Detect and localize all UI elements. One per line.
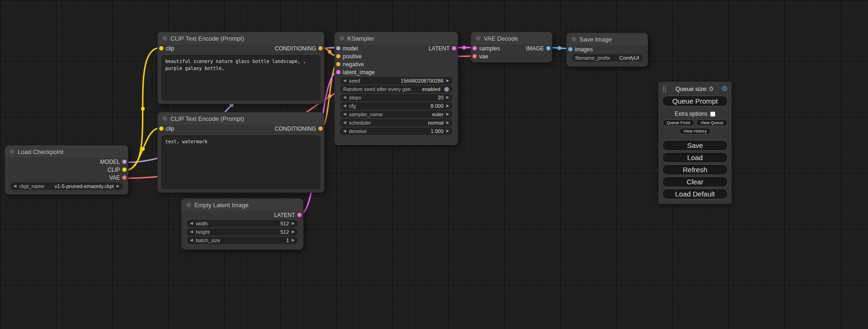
conditioning-port-dot[interactable] [318,46,323,50]
collapse-dot[interactable] [572,37,576,42]
prompt-textarea[interactable]: text, watermark [162,135,320,189]
increment-arrow-icon[interactable]: ▶ [292,238,295,242]
increment-arrow-icon[interactable]: ▶ [446,129,449,133]
load-button[interactable]: Load [662,152,728,163]
conditioning-port-dot[interactable] [336,54,340,58]
widget-scheduler[interactable]: ◀ scheduler normal ▶ [340,119,452,126]
clear-button[interactable]: Clear [662,176,728,187]
model-port-dot[interactable] [122,160,127,164]
input-port-clip[interactable]: clip [159,126,174,132]
input-port-images[interactable]: images [568,46,593,53]
next-arrow-icon[interactable]: ▶ [446,112,449,116]
node-titlebar[interactable]: CLIP Text Encode (Prompt) [158,112,324,125]
input-port-samples[interactable]: samples [473,45,500,52]
output-port-latent[interactable]: LATENT [274,212,302,218]
model-port-dot[interactable] [336,46,340,50]
collapse-dot[interactable] [162,116,167,121]
widget-seed[interactable]: ◀ seed 156680208700286 ▶ [340,77,452,84]
node-ksampler[interactable]: KSampler model LATENT positive negative [334,32,458,145]
node-load-checkpoint[interactable]: Load Checkpoint MODEL CLIP VAE ◀ c [5,145,128,195]
node-clip-text-encode-negative[interactable]: CLIP Text Encode (Prompt) clip CONDITION… [157,112,325,193]
collapse-dot[interactable] [162,36,167,41]
widget-filename-prefix[interactable]: filename_prefix ComfyUI [572,54,642,62]
refresh-button[interactable]: Refresh [662,164,728,175]
node-clip-text-encode-positive[interactable]: CLIP Text Encode (Prompt) clip CONDITION… [157,32,325,104]
widget-height[interactable]: ◀ height 512 ▶ [187,228,298,236]
node-titlebar[interactable]: KSampler [335,32,458,44]
increment-arrow-icon[interactable]: ▶ [446,79,449,83]
output-port-vae[interactable]: VAE [109,175,127,181]
latent-port-dot[interactable] [452,46,456,50]
input-port-clip[interactable]: clip [159,45,174,52]
increment-arrow-icon[interactable]: ▶ [292,222,295,225]
input-port-latent-image[interactable]: latent_image [336,69,375,76]
vae-port-dot[interactable] [473,54,477,58]
view-history-button[interactable]: View History [679,128,711,134]
queue-prompt-button[interactable]: Queue Prompt [662,96,728,106]
decrement-arrow-icon[interactable]: ◀ [343,79,346,83]
output-port-conditioning[interactable]: CONDITIONING [275,45,323,52]
next-arrow-icon[interactable]: ▶ [117,184,120,188]
output-port-image[interactable]: IMAGE [526,45,550,52]
input-port-model[interactable]: model [336,45,358,52]
input-port-negative[interactable]: negative [336,61,364,68]
drag-handle-icon[interactable]: ⣿ [662,85,667,92]
output-port-clip[interactable]: CLIP [107,167,127,173]
latent-port-dot[interactable] [473,46,477,50]
conditioning-port-dot[interactable] [318,126,323,131]
decrement-arrow-icon[interactable]: ◀ [343,129,346,133]
collapse-dot[interactable] [339,36,344,41]
node-titlebar[interactable]: VAE Decode [471,32,552,44]
extra-options-checkbox[interactable] [710,112,715,117]
widget-ckpt-name[interactable]: ◀ ckpt_name v1-5-pruned-emaonly.ckpt ▶ [10,182,123,190]
output-port-conditioning[interactable]: CONDITIONING [275,126,323,132]
widget-width[interactable]: ◀ width 512 ▶ [187,220,298,227]
image-port-dot[interactable] [546,46,550,50]
decrement-arrow-icon[interactable]: ◀ [343,104,346,108]
toggle-knob[interactable] [444,87,449,92]
vae-port-dot[interactable] [122,175,127,180]
collapse-dot[interactable] [10,149,14,154]
increment-arrow-icon[interactable]: ▶ [446,96,449,99]
image-port-dot[interactable] [568,47,572,51]
queue-front-button[interactable]: Queue Front [663,119,695,126]
decrement-arrow-icon[interactable]: ◀ [343,96,346,99]
prev-arrow-icon[interactable]: ◀ [343,121,346,125]
settings-gear-icon[interactable]: ⚙ [722,84,728,93]
node-save-image[interactable]: Save Image images filename_prefix ComfyU… [566,33,648,67]
widget-cfg[interactable]: ◀ cfg 8.000 ▶ [340,102,452,110]
view-queue-button[interactable]: View Queue [696,119,727,126]
increment-arrow-icon[interactable]: ▶ [292,230,295,234]
collapse-dot[interactable] [476,36,480,41]
latent-port-dot[interactable] [336,70,340,74]
widget-steps[interactable]: ◀ steps 20 ▶ [340,94,452,101]
clip-port-dot[interactable] [122,168,127,172]
node-titlebar[interactable]: Save Image [567,33,648,45]
increment-arrow-icon[interactable]: ▶ [446,104,449,108]
clip-port-dot[interactable] [159,126,163,131]
decrement-arrow-icon[interactable]: ◀ [190,230,193,234]
prev-arrow-icon[interactable]: ◀ [14,184,16,188]
decrement-arrow-icon[interactable]: ◀ [190,238,193,242]
output-port-latent[interactable]: LATENT [429,45,456,52]
collapse-dot[interactable] [186,203,191,207]
input-port-vae[interactable]: vae [473,53,488,60]
graph-canvas[interactable]: Load Checkpoint MODEL CLIP VAE ◀ c [0,0,868,329]
conditioning-port-dot[interactable] [336,62,340,66]
widget-sampler-name[interactable]: ◀ sampler_name euler ▶ [340,111,452,118]
node-titlebar[interactable]: Load Checkpoint [5,146,128,158]
node-titlebar[interactable]: Empty Latent Image [182,199,303,211]
prev-arrow-icon[interactable]: ◀ [343,112,346,116]
latent-port-dot[interactable] [297,213,302,217]
save-button[interactable]: Save [662,140,728,151]
widget-random-seed-toggle[interactable]: Random seed after every gen enabled [340,85,452,93]
decrement-arrow-icon[interactable]: ◀ [190,222,193,225]
output-port-model[interactable]: MODEL [100,159,127,165]
next-arrow-icon[interactable]: ▶ [446,121,449,125]
widget-denoise[interactable]: ◀ denoise 1.000 ▶ [340,127,452,135]
clip-port-dot[interactable] [159,46,163,50]
node-empty-latent-image[interactable]: Empty Latent Image LATENT ◀ width 512 ▶ … [181,198,303,250]
widget-batch-size[interactable]: ◀ batch_size 1 ▶ [187,237,298,244]
node-titlebar[interactable]: CLIP Text Encode (Prompt) [158,32,324,44]
input-port-positive[interactable]: positive [336,53,362,60]
